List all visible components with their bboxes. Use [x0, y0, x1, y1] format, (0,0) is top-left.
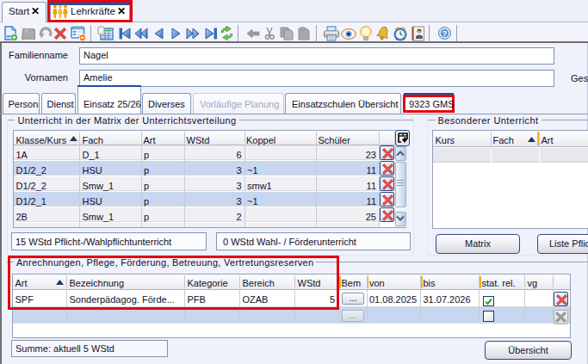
svg-text:?: ?: [443, 28, 448, 38]
